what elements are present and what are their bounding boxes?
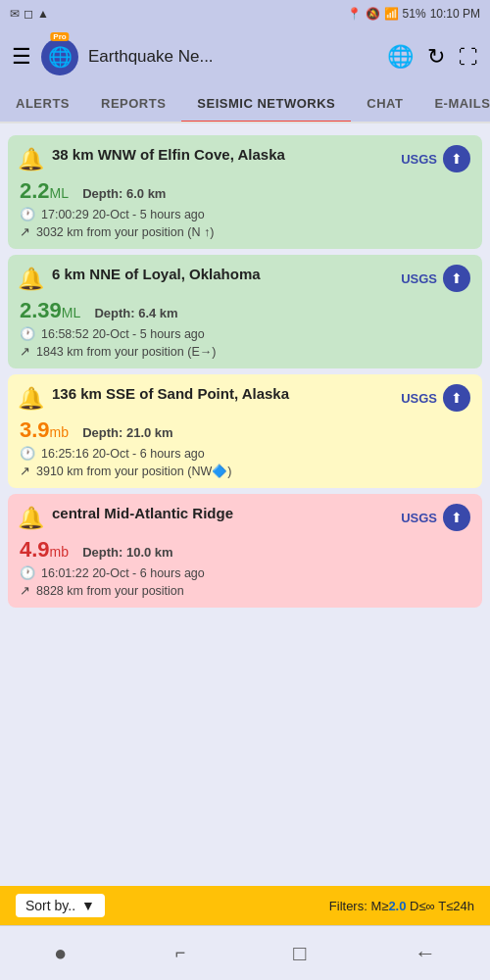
filter-magnitude: 2.0 bbox=[388, 899, 406, 913]
eq-distance-row-4: ↗ 8828 km from your position bbox=[20, 583, 470, 598]
eq-title-row-4: 🔔 central Mid-Atlantic Ridge bbox=[18, 504, 401, 531]
status-left-icons: ✉ ◻ ▲ bbox=[10, 7, 49, 21]
battery-text: 51% bbox=[403, 7, 426, 21]
earthquake-card-1: 🔔 38 km WNW of Elfin Cove, Alaska USGS ⬆… bbox=[8, 135, 482, 249]
eq-title-row-3: 🔔 136 km SSE of Sand Point, Alaska bbox=[18, 384, 401, 412]
distance-icon-2: ↗ bbox=[20, 344, 30, 359]
pro-label: Pro bbox=[50, 32, 69, 41]
status-bar: ✉ ◻ ▲ 📍 🔕 📶 51% 10:10 PM bbox=[0, 0, 490, 27]
tab-chat[interactable]: CHAT bbox=[351, 86, 418, 122]
earthquake-icon-1: 🔔 bbox=[18, 147, 44, 172]
screen-icon: ◻ bbox=[24, 7, 33, 21]
eq-magnitude-row-4: 4.9mb Depth: 10.0 km bbox=[20, 537, 470, 563]
eq-header-2: 🔔 6 km NNE of Loyal, Oklahoma USGS ⬆ bbox=[8, 255, 482, 298]
status-right-info: 📍 🔕 📶 51% 10:10 PM bbox=[347, 7, 480, 21]
header-icons: 🌐 ↻ ⛶ bbox=[387, 44, 478, 70]
eq-title-4: central Mid-Atlantic Ridge bbox=[52, 504, 233, 523]
earthquake-card-4: 🔔 central Mid-Atlantic Ridge USGS ⬆ 4.9m… bbox=[8, 494, 482, 608]
wifi-icon: 📶 bbox=[384, 7, 399, 21]
eq-distance-row-1: ↗ 3032 km from your position (N ↑) bbox=[20, 224, 470, 239]
eq-time-4: 16:01:22 20-Oct - 6 hours ago bbox=[41, 566, 205, 580]
distance-icon-3: ↗ bbox=[20, 464, 30, 478]
tab-emails[interactable]: E-MAILS bbox=[418, 86, 490, 122]
nav-arrow-icon[interactable]: ← bbox=[415, 941, 436, 966]
eq-distance-1: 3032 km from your position (N ↑) bbox=[36, 225, 214, 239]
earthquake-icon-4: 🔔 bbox=[18, 506, 44, 531]
eq-magnitude-row-3: 3.9mb Depth: 21.0 km bbox=[20, 417, 470, 443]
share-button-4[interactable]: ⬆ bbox=[443, 504, 470, 531]
nav-home-icon[interactable]: ● bbox=[54, 941, 67, 966]
refresh-icon[interactable]: ↻ bbox=[427, 44, 445, 70]
eq-header-1: 🔔 38 km WNW of Elfin Cove, Alaska USGS ⬆ bbox=[8, 135, 482, 178]
eq-magnitude-2: 2.39ML Depth: 6.4 km bbox=[20, 298, 178, 322]
eq-time-row-3: 🕐 16:25:16 20-Oct - 6 hours ago bbox=[20, 446, 470, 461]
globe-icon: 🌐 bbox=[41, 38, 78, 75]
eq-title-row-1: 🔔 38 km WNW of Elfin Cove, Alaska bbox=[18, 145, 401, 172]
eq-time-3: 16:25:16 20-Oct - 6 hours ago bbox=[41, 447, 205, 461]
eq-source-share-4: USGS ⬆ bbox=[401, 504, 470, 531]
eq-header-4: 🔔 central Mid-Atlantic Ridge USGS ⬆ bbox=[8, 494, 482, 537]
eq-body-2: 2.39ML Depth: 6.4 km 🕐 16:58:52 20-Oct -… bbox=[8, 298, 482, 368]
location-icon: 📍 bbox=[347, 7, 362, 21]
clock-icon-2: 🕐 bbox=[20, 326, 35, 341]
eq-time-row-4: 🕐 16:01:22 20-Oct - 6 hours ago bbox=[20, 565, 470, 580]
sort-button[interactable]: Sort by.. ▼ bbox=[16, 894, 105, 917]
share-button-2[interactable]: ⬆ bbox=[443, 265, 470, 292]
header: ☰ 🌐 Pro Earthquake Ne... 🌐 ↻ ⛶ bbox=[0, 27, 490, 86]
header-left: ☰ 🌐 Pro Earthquake Ne... bbox=[12, 38, 214, 75]
nav-back-icon[interactable]: ⌐ bbox=[175, 943, 186, 963]
eq-header-3: 🔔 136 km SSE of Sand Point, Alaska USGS … bbox=[8, 374, 482, 417]
eq-title-row-2: 🔔 6 km NNE of Loyal, Oklahoma bbox=[18, 265, 401, 292]
clock-icon-3: 🕐 bbox=[20, 446, 35, 461]
tab-seismic-networks[interactable]: SEISMIC NETWORKS bbox=[181, 86, 351, 123]
eq-source-share-3: USGS ⬆ bbox=[401, 384, 470, 412]
eq-magnitude-row-2: 2.39ML Depth: 6.4 km bbox=[20, 298, 470, 323]
earthquake-card-3: 🔔 136 km SSE of Sand Point, Alaska USGS … bbox=[8, 374, 482, 488]
earthquake-icon-3: 🔔 bbox=[18, 386, 44, 412]
notify-icon: ▲ bbox=[37, 7, 49, 21]
bottom-bar: Sort by.. ▼ Filters: M≥2.0 D≤∞ T≤24h bbox=[0, 886, 490, 925]
distance-icon-4: ↗ bbox=[20, 583, 30, 598]
share-button-1[interactable]: ⬆ bbox=[443, 145, 470, 172]
tab-bar: ALERTS REPORTS SEISMIC NETWORKS CHAT E-M… bbox=[0, 86, 490, 123]
eq-distance-2: 1843 km from your position (E→) bbox=[36, 345, 216, 359]
app-title: Earthquake Ne... bbox=[88, 47, 214, 67]
eq-body-1: 2.2ML Depth: 6.0 km 🕐 17:00:29 20-Oct - … bbox=[8, 178, 482, 249]
tab-reports[interactable]: REPORTS bbox=[85, 86, 181, 122]
eq-source-share-2: USGS ⬆ bbox=[401, 265, 470, 292]
eq-body-4: 4.9mb Depth: 10.0 km 🕐 16:01:22 20-Oct -… bbox=[8, 537, 482, 608]
eq-magnitude-row-1: 2.2ML Depth: 6.0 km bbox=[20, 178, 470, 204]
expand-icon[interactable]: ⛶ bbox=[459, 46, 478, 69]
pro-badge: 🌐 Pro bbox=[41, 38, 78, 75]
navigation-bar: ● ⌐ □ ← bbox=[0, 925, 490, 980]
eq-source-label-2: USGS bbox=[401, 271, 437, 286]
distance-icon-1: ↗ bbox=[20, 224, 30, 239]
mail-icon: ✉ bbox=[10, 7, 20, 21]
eq-distance-row-2: ↗ 1843 km from your position (E→) bbox=[20, 344, 470, 359]
eq-magnitude-3: 3.9mb Depth: 21.0 km bbox=[20, 417, 173, 442]
eq-time-2: 16:58:52 20-Oct - 5 hours ago bbox=[41, 327, 205, 341]
eq-title-2: 6 km NNE of Loyal, Oklahoma bbox=[52, 265, 261, 284]
eq-distance-3: 3910 km from your position (NW🔷) bbox=[36, 464, 231, 478]
eq-source-label-4: USGS bbox=[401, 511, 437, 525]
mute-icon: 🔕 bbox=[366, 7, 380, 21]
clock-icon-4: 🕐 bbox=[20, 565, 35, 580]
sort-chevron-icon: ▼ bbox=[81, 898, 95, 913]
share-button-3[interactable]: ⬆ bbox=[443, 384, 470, 412]
earthquake-card-2: 🔔 6 km NNE of Loyal, Oklahoma USGS ⬆ 2.3… bbox=[8, 255, 482, 368]
eq-source-label-3: USGS bbox=[401, 391, 437, 406]
eq-title-3: 136 km SSE of Sand Point, Alaska bbox=[52, 384, 289, 404]
eq-body-3: 3.9mb Depth: 21.0 km 🕐 16:25:16 20-Oct -… bbox=[8, 417, 482, 488]
sort-label: Sort by.. bbox=[25, 898, 75, 913]
eq-source-share-1: USGS ⬆ bbox=[401, 145, 470, 172]
earthquake-list: 🔔 38 km WNW of Elfin Cove, Alaska USGS ⬆… bbox=[0, 123, 490, 619]
tab-alerts[interactable]: ALERTS bbox=[0, 86, 85, 122]
nav-recent-icon[interactable]: □ bbox=[293, 941, 306, 966]
earthquake-icon-2: 🔔 bbox=[18, 267, 44, 292]
eq-source-label-1: USGS bbox=[401, 152, 437, 167]
world-icon[interactable]: 🌐 bbox=[387, 44, 414, 70]
menu-icon[interactable]: ☰ bbox=[12, 44, 31, 70]
time-text: 10:10 PM bbox=[430, 7, 480, 21]
eq-magnitude-1: 2.2ML Depth: 6.0 km bbox=[20, 178, 166, 203]
eq-distance-4: 8828 km from your position bbox=[36, 584, 184, 598]
